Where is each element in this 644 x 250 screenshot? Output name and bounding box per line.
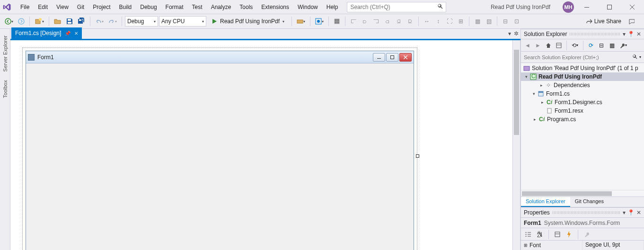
menu-window[interactable]: Window [293,2,322,12]
align-grid-button[interactable] [332,16,342,27]
save-button[interactable] [64,16,75,27]
nav-forward-button[interactable] [16,16,26,27]
se-collapse-button[interactable]: ⊟ [597,40,606,51]
start-debug-button[interactable]: Read Pdf Using IronPdf ▾ [207,16,289,27]
align-right-button[interactable]: ⫎ [371,16,381,27]
menu-build[interactable]: Build [115,2,136,12]
hspace-button[interactable]: ↔ [422,16,432,27]
merge-button[interactable]: ⊡ [512,16,522,27]
panel-dropdown-icon[interactable]: ▾ [623,31,626,37]
user-avatar[interactable]: MH [563,1,574,13]
toolbar-btn-b[interactable]: ▾ [313,16,326,27]
menu-tools[interactable]: Tools [235,2,257,12]
tab-solution-explorer[interactable]: Solution Explorer [521,197,570,207]
platform-combo[interactable]: Any CPU▾ [159,16,206,27]
menu-extensions[interactable]: Extensions [257,2,293,12]
search-icon[interactable] [437,3,443,10]
send-back-button[interactable]: ▧ [484,16,494,27]
quick-launch-input[interactable] [350,4,437,10]
size-button[interactable]: ⛶ [444,16,455,27]
tab-settings-icon[interactable]: ✲ [514,30,519,37]
server-explorer-tab[interactable]: Server Explorer [1,32,9,75]
undo-button[interactable]: ▾ [93,16,106,27]
live-share-button[interactable]: Live Share [584,16,623,27]
panel-pin-icon[interactable]: 📍 [627,209,635,216]
menu-analyze[interactable]: Analyze [207,2,236,12]
bring-front-button[interactable]: ▦ [472,16,483,27]
se-refresh-button[interactable]: ⟳ [586,40,596,51]
center-h-button[interactable]: ⊞ [456,16,466,27]
panel-close-icon[interactable]: ✕ [636,209,641,216]
tab-dropdown-icon[interactable]: ▾ [508,30,511,37]
tree-program-node[interactable]: ▸ C# Program.cs [521,115,644,124]
feedback-button[interactable] [626,16,636,27]
property-pages-button[interactable] [582,229,592,240]
properties-object-combo[interactable]: Form1 System.Windows.Forms.Form [521,218,644,228]
menu-view[interactable]: View [52,2,73,12]
expander-icon[interactable]: ▾ [530,91,537,96]
redo-button[interactable]: ▾ [106,16,119,27]
menu-help[interactable]: Help [322,2,343,12]
se-showall-button[interactable]: ▦ [607,40,617,51]
save-all-button[interactable] [76,16,87,27]
tree-form-node[interactable]: ▾ Form1.cs [521,89,644,98]
se-back-button[interactable]: ◄ [523,40,532,51]
expander-icon[interactable]: ▸ [531,117,538,122]
align-top-button[interactable]: ⫏ [382,16,393,27]
expander-icon[interactable]: ▸ [538,83,545,88]
solution-explorer-search[interactable]: ▾ [521,52,644,63]
nav-back-button[interactable]: ▾ [3,16,15,27]
expander-icon[interactable]: ▸ [539,100,546,105]
window-minimize-button[interactable] [577,0,597,14]
new-project-button[interactable]: ▾ [33,16,46,27]
se-search-dropdown-icon[interactable]: ▾ [639,55,641,59]
menu-edit[interactable]: Edit [34,2,52,12]
align-bottom-button[interactable]: ⫒ [405,16,415,27]
toolbar-btn-a[interactable]: ▾ [295,16,307,27]
quick-launch-search[interactable] [347,2,446,12]
se-switch-views-button[interactable] [554,40,564,51]
tree-resx-node[interactable]: Form1.resx [521,107,644,115]
form-selection-outline[interactable]: Form1 [22,47,417,250]
vspace-button[interactable]: ↕ [433,16,443,27]
config-combo[interactable]: Debug▾ [125,16,158,27]
expander-icon[interactable]: ▾ [523,74,529,79]
align-left-button[interactable]: ⫍ [348,16,359,27]
se-properties-button[interactable]: ▾ [618,40,629,51]
resize-handle-e[interactable] [416,154,419,158]
events-button[interactable] [564,229,574,240]
menu-format[interactable]: Format [161,2,188,12]
solution-tree[interactable]: Solution 'Read Pdf Using IronPdf' (1 of … [521,63,644,190]
menu-project[interactable]: Project [88,2,115,12]
menu-git[interactable]: Git [73,2,88,12]
properties-header[interactable]: Properties ▾ 📍 ✕ [521,207,644,218]
align-middle-button[interactable]: ⫑ [394,16,404,27]
properties-button[interactable] [552,229,563,240]
tab-order-button[interactable]: ⊟ [500,16,511,27]
open-file-button[interactable] [52,16,63,27]
designer-surface[interactable]: Form1 [10,40,520,250]
se-forward-button[interactable]: ► [533,40,543,51]
form-client-area[interactable] [26,63,414,250]
tree-project-node[interactable]: ▾ C# Read Pdf Using IronPdf [521,72,644,81]
expander-icon[interactable]: ⊞ [524,243,528,248]
close-tab-icon[interactable]: ✕ [74,31,78,36]
se-search-input[interactable] [524,54,632,60]
panel-dropdown-icon[interactable]: ▾ [623,209,626,216]
designed-form[interactable]: Form1 [26,51,414,250]
tree-dependencies-node[interactable]: ▸ ⁘ Dependencies [521,81,644,89]
window-close-button[interactable] [622,0,642,14]
search-icon[interactable] [632,54,637,61]
tab-git-changes[interactable]: Git Changes [570,197,609,207]
menu-file[interactable]: File [16,2,34,12]
align-center-button[interactable]: ⫐ [360,16,370,27]
pin-icon[interactable]: 📌 [65,31,71,36]
solution-explorer-header[interactable]: Solution Explorer ▾ 📍 ✕ [521,29,644,39]
panel-close-icon[interactable]: ✕ [636,31,641,37]
menu-test[interactable]: Test [188,2,207,12]
toolbox-tab[interactable]: Toolbox [1,76,9,102]
properties-row-font[interactable]: ⊞Font Segoe UI, 9pt [521,241,644,250]
panel-pin-icon[interactable]: 📍 [627,31,635,37]
alphabetical-button[interactable]: AZ [535,229,545,240]
window-maximize-button[interactable] [600,0,619,14]
